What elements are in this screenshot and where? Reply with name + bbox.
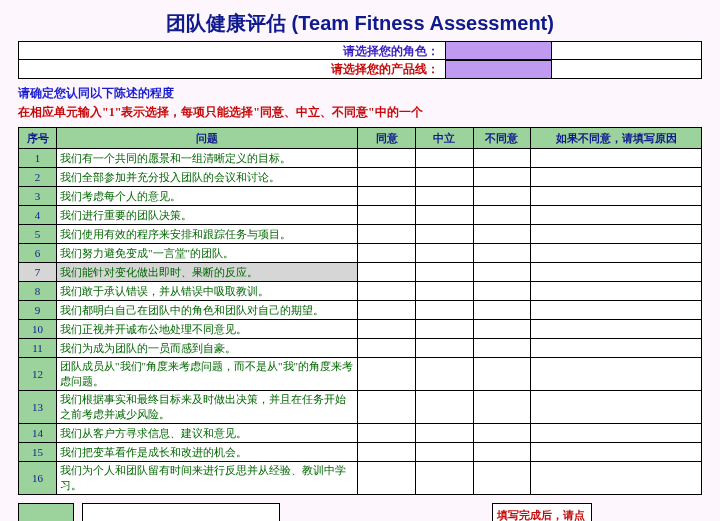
agree-cell[interactable] — [358, 358, 416, 391]
row-question: 我们努力避免变成"一言堂"的团队。 — [57, 244, 358, 263]
table-row: 4我们进行重要的团队决策。 — [19, 206, 702, 225]
reason-cell[interactable] — [531, 168, 702, 187]
table-row: 3我们考虑每个人的意见。 — [19, 187, 702, 206]
row-question: 我们为成为团队的一员而感到自豪。 — [57, 339, 358, 358]
row-question: 我们根据事实和最终目标来及时做出决策，并且在任务开始之前考虑并减少风险。 — [57, 391, 358, 424]
agree-cell[interactable] — [358, 244, 416, 263]
comments-input[interactable] — [82, 503, 280, 521]
table-row: 12团队成员从"我们"角度来考虑问题，而不是从"我"的角度来考虑问题。 — [19, 358, 702, 391]
neutral-cell[interactable] — [415, 263, 473, 282]
row-question: 我们考虑每个人的意见。 — [57, 187, 358, 206]
disagree-cell[interactable] — [473, 358, 531, 391]
row-num: 16 — [19, 462, 57, 495]
agree-cell[interactable] — [358, 263, 416, 282]
table-row: 10我们正视并开诚布公地处理不同意见。 — [19, 320, 702, 339]
table-row: 8我们敢于承认错误，并从错误中吸取教训。 — [19, 282, 702, 301]
row-num: 3 — [19, 187, 57, 206]
neutral-cell[interactable] — [415, 424, 473, 443]
disagree-cell[interactable] — [473, 462, 531, 495]
col-num: 序号 — [19, 128, 57, 149]
reason-cell[interactable] — [531, 320, 702, 339]
agree-cell[interactable] — [358, 301, 416, 320]
table-row: 11我们为成为团队的一员而感到自豪。 — [19, 339, 702, 358]
row-question: 团队成员从"我们"角度来考虑问题，而不是从"我"的角度来考虑问题。 — [57, 358, 358, 391]
neutral-cell[interactable] — [415, 168, 473, 187]
reason-cell[interactable] — [531, 282, 702, 301]
row-num: 4 — [19, 206, 57, 225]
reason-cell[interactable] — [531, 443, 702, 462]
neutral-cell[interactable] — [415, 282, 473, 301]
row-num: 5 — [19, 225, 57, 244]
reason-cell[interactable] — [531, 301, 702, 320]
comments-label: 其他意见和建议： — [18, 503, 74, 521]
table-row: 13我们根据事实和最终目标来及时做出决策，并且在任务开始之前考虑并减少风险。 — [19, 391, 702, 424]
neutral-cell[interactable] — [415, 391, 473, 424]
agree-cell[interactable] — [358, 424, 416, 443]
row-num: 12 — [19, 358, 57, 391]
agree-cell[interactable] — [358, 443, 416, 462]
neutral-cell[interactable] — [415, 149, 473, 168]
table-row: 15我们把变革看作是成长和改进的机会。 — [19, 443, 702, 462]
table-row: 7我们能针对变化做出即时、果断的反应。 — [19, 263, 702, 282]
agree-cell[interactable] — [358, 282, 416, 301]
agree-cell[interactable] — [358, 391, 416, 424]
reason-cell[interactable] — [531, 225, 702, 244]
reason-cell[interactable] — [531, 244, 702, 263]
disagree-cell[interactable] — [473, 187, 531, 206]
reason-cell[interactable] — [531, 358, 702, 391]
row-num: 13 — [19, 391, 57, 424]
reason-cell[interactable] — [531, 339, 702, 358]
disagree-cell[interactable] — [473, 168, 531, 187]
validation-note: 填写完成后，请点击此按钮，进行数据完整性和正确性检查 — [492, 503, 592, 521]
agree-cell[interactable] — [358, 339, 416, 358]
disagree-cell[interactable] — [473, 301, 531, 320]
disagree-cell[interactable] — [473, 320, 531, 339]
product-label: 请选择您的产品线： — [19, 60, 445, 78]
product-select[interactable] — [445, 60, 552, 78]
reason-cell[interactable] — [531, 424, 702, 443]
disagree-cell[interactable] — [473, 244, 531, 263]
reason-cell[interactable] — [531, 149, 702, 168]
agree-cell[interactable] — [358, 187, 416, 206]
neutral-cell[interactable] — [415, 206, 473, 225]
agree-cell[interactable] — [358, 225, 416, 244]
neutral-cell[interactable] — [415, 244, 473, 263]
agree-cell[interactable] — [358, 462, 416, 495]
neutral-cell[interactable] — [415, 462, 473, 495]
neutral-cell[interactable] — [415, 301, 473, 320]
disagree-cell[interactable] — [473, 443, 531, 462]
disagree-cell[interactable] — [473, 206, 531, 225]
reason-cell[interactable] — [531, 391, 702, 424]
disagree-cell[interactable] — [473, 263, 531, 282]
neutral-cell[interactable] — [415, 225, 473, 244]
instruction-line-2: 在相应单元输入"1"表示选择，每项只能选择"同意、中立、不同意"中的一个 — [18, 104, 702, 121]
disagree-cell[interactable] — [473, 282, 531, 301]
agree-cell[interactable] — [358, 168, 416, 187]
disagree-cell[interactable] — [473, 149, 531, 168]
agree-cell[interactable] — [358, 320, 416, 339]
disagree-cell[interactable] — [473, 339, 531, 358]
neutral-cell[interactable] — [415, 320, 473, 339]
neutral-cell[interactable] — [415, 339, 473, 358]
page-title: 团队健康评估 (Team Fitness Assessment) — [0, 0, 720, 41]
row-num: 7 — [19, 263, 57, 282]
neutral-cell[interactable] — [415, 443, 473, 462]
neutral-cell[interactable] — [415, 187, 473, 206]
col-reason: 如果不同意，请填写原因 — [531, 128, 702, 149]
disagree-cell[interactable] — [473, 424, 531, 443]
row-num: 10 — [19, 320, 57, 339]
reason-cell[interactable] — [531, 263, 702, 282]
agree-cell[interactable] — [358, 149, 416, 168]
agree-cell[interactable] — [358, 206, 416, 225]
neutral-cell[interactable] — [415, 358, 473, 391]
disagree-cell[interactable] — [473, 391, 531, 424]
reason-cell[interactable] — [531, 206, 702, 225]
role-select[interactable] — [445, 42, 552, 60]
reason-cell[interactable] — [531, 187, 702, 206]
col-agree: 同意 — [358, 128, 416, 149]
row-num: 2 — [19, 168, 57, 187]
table-row: 1我们有一个共同的愿景和一组清晰定义的目标。 — [19, 149, 702, 168]
table-row: 2我们全部参加并充分投入团队的会议和讨论。 — [19, 168, 702, 187]
reason-cell[interactable] — [531, 462, 702, 495]
disagree-cell[interactable] — [473, 225, 531, 244]
